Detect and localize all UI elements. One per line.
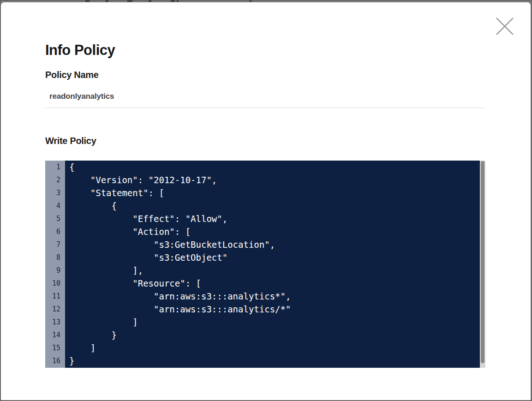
policy-name-underline	[45, 108, 485, 108]
close-icon	[495, 31, 515, 38]
line-number: 5	[45, 212, 60, 225]
code-line: ],	[69, 264, 480, 277]
write-policy-label: Write Policy	[45, 136, 96, 146]
line-number: 12	[45, 303, 60, 316]
line-number: 6	[45, 225, 60, 238]
code-line: "arn:aws:s3:::analytics*",	[69, 290, 480, 303]
policy-name-label: Policy Name	[45, 70, 99, 80]
line-number: 8	[45, 251, 60, 264]
background-text-fragment	[177, 0, 179, 2]
code-line: }	[69, 354, 480, 367]
line-number: 4	[45, 199, 60, 212]
line-number: 1	[45, 161, 60, 174]
policy-name-field[interactable]: readonlyanalytics	[49, 92, 114, 101]
line-number: 2	[45, 174, 60, 186]
code-line: "Effect": "Allow",	[69, 212, 480, 225]
line-number: 9	[45, 264, 60, 277]
line-number: 3	[45, 186, 60, 199]
code-line: ]	[69, 341, 480, 354]
line-number: 16	[45, 354, 60, 367]
background-text-fragment	[127, 0, 132, 2]
editor-scrollbar[interactable]	[480, 161, 485, 368]
code-line: "s3:GetBucketLocation",	[69, 238, 480, 251]
line-number: 14	[45, 329, 60, 341]
code-line: "Statement": [	[69, 186, 480, 199]
code-line: "Action": [	[69, 225, 480, 238]
code-line: {	[69, 161, 480, 174]
info-policy-dialog: Info Policy Policy Name readonlyanalytic…	[1, 2, 531, 400]
background-text-fragment	[85, 0, 90, 2]
background-text-fragment	[149, 0, 151, 2]
line-number-gutter: 12345678910111213141516	[45, 161, 65, 368]
code-line: "arn:aws:s3:::analytics/*"	[69, 303, 480, 316]
background-text-fragment	[171, 0, 175, 2]
background-text-fragment	[106, 0, 108, 2]
code-line: "s3:GetObject"	[69, 251, 480, 264]
code-line: {	[69, 199, 480, 212]
code-line: "Version": "2012-10-17",	[69, 174, 480, 186]
scrollbar-thumb[interactable]	[481, 161, 484, 363]
code-line: }	[69, 329, 480, 341]
line-number: 10	[45, 277, 60, 290]
dialog-title: Info Policy	[45, 42, 115, 59]
line-number: 7	[45, 238, 60, 251]
background-text-fragment	[250, 0, 251, 2]
line-number: 15	[45, 341, 60, 354]
code-editor[interactable]: 12345678910111213141516 { "Version": "20…	[45, 161, 485, 368]
close-button[interactable]	[495, 16, 515, 36]
code-line: ]	[69, 316, 480, 329]
line-number: 11	[45, 290, 60, 303]
line-number: 13	[45, 316, 60, 329]
code-content[interactable]: { "Version": "2012-10-17", "Statement": …	[65, 161, 480, 368]
code-line: "Resource": [	[69, 277, 480, 290]
